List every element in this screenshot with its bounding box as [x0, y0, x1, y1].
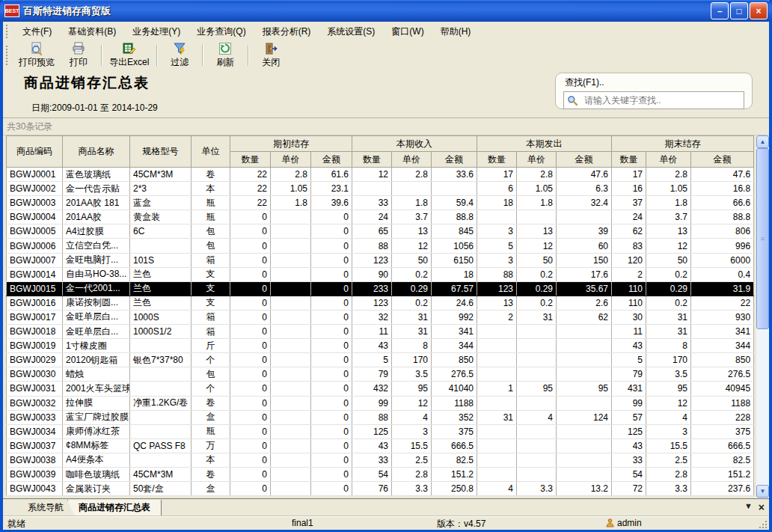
cell-value [477, 453, 517, 467]
table-row[interactable]: BGWJ0014自由马HO-38...兰色支00900.218880.217.6… [7, 267, 754, 281]
sub-header-2-1[interactable]: 单价 [517, 152, 557, 168]
group-header-closing: 期末结存 [612, 136, 754, 152]
cell-value: 79 [352, 367, 392, 382]
refresh-icon [218, 42, 232, 55]
col-header-spec[interactable]: 规格型号 [130, 136, 192, 168]
table-row[interactable]: BGWJ0004201AA胶黄盒装瓶00243.788.8243.788.8 [7, 210, 754, 224]
cell-value: 12 [517, 239, 557, 253]
sub-header-1-2[interactable]: 金额 [432, 152, 477, 168]
col-header-unit[interactable]: 单位 [192, 136, 230, 168]
table-row[interactable]: BGWJ0034康师傅冰红茶瓶0012533751253375 [7, 424, 754, 438]
toolbar-button-5[interactable]: 关闭 [251, 41, 290, 70]
table-row[interactable]: BGWJ00312001火车头篮球个0043295410401959543195… [7, 382, 754, 396]
record-count-bar: 共30条记录 [3, 117, 769, 135]
cell-value: 83 [612, 239, 646, 253]
toolbar-button-1[interactable]: 打印 [59, 41, 98, 70]
sub-header-1-1[interactable]: 单价 [392, 152, 432, 168]
menu-grip-handle[interactable] [6, 25, 11, 38]
col-header-code[interactable]: 商品编码 [7, 136, 63, 168]
cell-value: 32.4 [557, 196, 612, 210]
table-row[interactable]: BGWJ0038A4便条本本00332.582.5332.582.5 [7, 453, 754, 467]
cell-value [517, 453, 557, 467]
cell-value: 61.6 [311, 168, 352, 182]
menu-item-2[interactable]: 业务处理(Y) [124, 22, 189, 41]
toolbar-grip-handle[interactable] [6, 46, 11, 66]
cell-value: 39 [557, 224, 612, 239]
scroll-up-icon[interactable]: ▲ [756, 135, 769, 148]
cell-value: 32 [352, 310, 392, 324]
menu-item-0[interactable]: 文件(F) [14, 22, 60, 41]
cell-value: 18 [432, 267, 477, 281]
cell-name: 201AA胶 [63, 210, 130, 224]
tab-summary-report[interactable]: 商品进销存汇总表 [67, 500, 162, 516]
table-row[interactable]: BGWJ0016康诺按制圆...兰色支001230.224.6130.22.61… [7, 296, 754, 310]
table-row[interactable]: BGWJ0033蓝宝厂牌过胶膜盒00884352314124574228 [7, 410, 754, 424]
table-row[interactable]: BGWJ0006立信空白凭...包0088121056512608312996 [7, 239, 754, 253]
menu-item-4[interactable]: 报表分析(R) [254, 22, 319, 41]
cell-value: 2.8 [392, 168, 432, 182]
toolbar-button-0[interactable]: 打印预览 [14, 41, 59, 70]
table-row[interactable]: BGWJ0003201AA胶 181蓝盒瓶221.839.6331.859.41… [7, 196, 754, 210]
cell-value: 1.8 [271, 196, 311, 210]
cell-value: 2.5 [646, 453, 691, 467]
tab-system-navigation[interactable]: 系统导航 [16, 500, 75, 516]
col-header-name[interactable]: 商品名称 [63, 136, 130, 168]
scroll-down-icon[interactable]: ▼ [756, 485, 769, 498]
table-row[interactable]: BGWJ0002金一代告示贴2*3本221.0523.161.056.3161.… [7, 182, 754, 196]
table-row[interactable]: BGWJ0032拉伸膜净重1.2KG/卷卷009912118899121188 [7, 396, 754, 410]
menu-item-1[interactable]: 基础资料(B) [60, 22, 124, 41]
table-row[interactable]: BGWJ0001蓝色玻璃纸45CM*3M卷222.861.6122.833.61… [7, 168, 754, 182]
sub-header-0-2[interactable]: 金额 [311, 152, 352, 168]
search-input[interactable] [583, 94, 741, 106]
table-row[interactable]: BGWJ0005A4过胶膜6C包006513845313396213806 [7, 224, 754, 239]
table-row[interactable]: BGWJ00191寸橡皮圈斤00438344438344 [7, 339, 754, 353]
toolbar-button-2[interactable]: 导出Excel [105, 41, 153, 70]
sub-header-2-2[interactable]: 金额 [557, 152, 612, 168]
sub-header-1-0[interactable]: 数量 [352, 152, 392, 168]
resize-grip[interactable] [759, 520, 768, 529]
menu-item-5[interactable]: 系统设置(S) [319, 22, 383, 41]
cell-spec: 50套/盒 [130, 482, 192, 496]
sub-header-0-0[interactable]: 数量 [230, 152, 271, 168]
vertical-scrollbar[interactable]: ▲ ≡ ▼ [756, 135, 769, 498]
cell-code: BGWJ0037 [7, 438, 63, 453]
menu-item-6[interactable]: 窗口(W) [383, 22, 432, 41]
table-row[interactable]: BGWJ0039咖啡色玻璃纸45CM*3M卷00542.8151.2542.81… [7, 467, 754, 481]
sub-header-3-0[interactable]: 数量 [612, 152, 646, 168]
table-row[interactable]: BGWJ0037¢8MM标签QC PASS F8万004315.5666.543… [7, 438, 754, 453]
cell-unit: 箱 [192, 310, 230, 324]
cell-code: BGWJ0043 [7, 482, 63, 496]
close-button[interactable]: × [750, 2, 768, 19]
search-box[interactable] [563, 91, 744, 109]
cell-value: 15.5 [646, 438, 691, 453]
cell-value: 3.5 [392, 367, 432, 382]
cell-spec [130, 382, 192, 396]
cell-value: 37 [612, 196, 646, 210]
cell-value: 375 [691, 424, 754, 438]
cell-name: 金旺单层白... [63, 310, 130, 324]
scrollbar-thumb[interactable]: ≡ [756, 148, 769, 329]
table-row[interactable]: BGWJ0030蜡烛包00793.5276.5793.5276.5 [7, 367, 754, 382]
cell-value: 12 [646, 396, 691, 410]
toolbar-button-4[interactable]: 刷新 [206, 41, 245, 70]
sub-header-0-1[interactable]: 单价 [271, 152, 311, 168]
table-row[interactable]: BGWJ002920120钥匙箱银色7*37*80个00517085051708… [7, 353, 754, 367]
menu-item-7[interactable]: 帮助(H) [432, 22, 480, 41]
table-row[interactable]: BGWJ0018金旺单层白...1000S1/2箱001131341113134… [7, 325, 754, 339]
tab-dropdown-icon[interactable]: ▼ [744, 501, 753, 513]
cell-unit: 斤 [192, 339, 230, 353]
menu-item-3[interactable]: 业务查询(Q) [189, 22, 254, 41]
table-row[interactable]: BGWJ0017金旺单层白...1000S箱003231992231623031… [7, 310, 754, 324]
sub-header-2-0[interactable]: 数量 [477, 152, 517, 168]
tab-close-icon[interactable]: × [759, 501, 765, 513]
table-row[interactable]: BGWJ0043金属装订夹50套/盒盒00763.3250.843.313.27… [7, 482, 754, 496]
maximize-button[interactable]: □ [730, 2, 748, 19]
sub-header-3-1[interactable]: 单价 [646, 152, 691, 168]
cell-value: 12 [352, 168, 392, 182]
sub-header-3-2[interactable]: 金额 [691, 152, 754, 168]
minimize-button[interactable]: － [711, 2, 729, 19]
table-row[interactable]: BGWJ0015金一代2001...兰色支002330.2967.571230.… [7, 281, 754, 296]
table-row[interactable]: BGWJ0007金旺电脑打...101S箱0012350615035015012… [7, 253, 754, 267]
toolbar-button-3[interactable]: 过滤 [160, 41, 199, 70]
cell-value: 31 [392, 325, 432, 339]
